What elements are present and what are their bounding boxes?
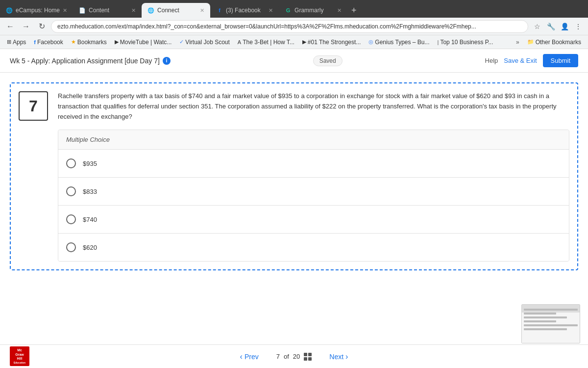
facebook-bookmark-icon: f: [34, 39, 36, 45]
grid-nav-icon[interactable]: [304, 353, 312, 361]
thumb-line: [524, 316, 567, 318]
facebook-tab-icon: f: [216, 7, 223, 14]
answer-option-b[interactable]: $833: [58, 178, 569, 206]
thumb-line: [524, 328, 567, 330]
bookmark-apps[interactable]: ⊞ Apps: [4, 38, 29, 47]
grid-cell: [308, 357, 312, 361]
save-exit-button[interactable]: Save & Exit: [504, 57, 537, 64]
option-b-text: $833: [83, 188, 97, 195]
tab-close-content[interactable]: ✕: [131, 7, 136, 14]
bookmark-genius[interactable]: ◎ Genius Types – Bu...: [366, 38, 432, 47]
bookmark-other[interactable]: 📁 Other Bookmarks: [524, 38, 584, 47]
bookmark-3bet[interactable]: A The 3-Bet | How T...: [235, 38, 297, 47]
logo-area: Mc Graw Hill Education: [10, 346, 29, 366]
radio-d[interactable]: [66, 242, 76, 252]
folder-icon: 📁: [527, 39, 534, 45]
radio-a[interactable]: [66, 158, 76, 168]
tab-ecampus[interactable]: 🌐 eCampus: Home ✕: [0, 3, 73, 18]
grid-cell: [304, 357, 307, 361]
thumbnail-overlay: [521, 304, 580, 343]
back-button[interactable]: ←: [4, 20, 17, 33]
new-tab-button[interactable]: +: [347, 3, 361, 18]
thumb-line: [524, 309, 578, 311]
address-bar: ← → ↻ ☆ 🔧 👤 ⋮: [0, 18, 588, 35]
tab-close-connect[interactable]: ✕: [200, 7, 204, 14]
bookmark-strongest[interactable]: ▶ #01 The Strongest...: [299, 38, 364, 47]
grammarly-icon: G: [285, 7, 292, 14]
bookmark-facebook[interactable]: f Facebook: [31, 38, 66, 47]
prev-button[interactable]: ‹ Prev: [234, 348, 265, 365]
tab-connect[interactable]: 🌐 Connect ✕: [142, 3, 210, 18]
browser-chrome: 🌐 eCampus: Home ✕ 📄 Content ✕ 🌐 Connect …: [0, 0, 588, 49]
bookmark-top10[interactable]: | Top 10 Business P...: [435, 38, 496, 47]
answer-section: Multiple Choice $935 $833 $740: [58, 130, 569, 262]
option-c-text: $740: [83, 216, 97, 223]
movietube-icon: ▶: [115, 39, 119, 45]
question-text: Rachelle transfers property with a tax b…: [58, 91, 569, 122]
reload-button[interactable]: ↻: [35, 20, 48, 33]
ecampus-icon: 🌐: [6, 7, 13, 14]
more-bookmarks-button[interactable]: »: [513, 38, 522, 47]
thumbnail-content: [522, 305, 580, 343]
option-a-text: $935: [83, 160, 97, 167]
answer-option-d[interactable]: $620: [58, 234, 569, 261]
connect-icon: 🌐: [147, 7, 154, 14]
menu-button[interactable]: ⋮: [572, 21, 584, 32]
page-indicator: 7 of 20: [276, 353, 312, 361]
page-title: Wk 5 - Apply: Application Assignment [du…: [10, 57, 171, 65]
top10-icon: |: [438, 39, 439, 45]
apps-icon: ⊞: [7, 39, 11, 45]
next-arrow-icon: ›: [345, 352, 348, 361]
bookmark-bookmarks[interactable]: ★ Bookmarks: [68, 38, 110, 47]
page-footer: Mc Graw Hill Education ‹ Prev 7 of 20 Ne…: [0, 344, 588, 368]
grid-cell: [304, 353, 307, 356]
help-button[interactable]: Help: [485, 57, 498, 64]
question-container: 7 Rachelle transfers property with a tax…: [10, 82, 578, 270]
answer-option-a[interactable]: $935: [58, 150, 569, 178]
prev-arrow-icon: ‹: [240, 352, 243, 361]
answer-option-c[interactable]: $740: [58, 206, 569, 234]
url-input[interactable]: [51, 20, 528, 33]
thumb-line: [524, 313, 556, 315]
answer-type-label: Multiple Choice: [58, 130, 569, 150]
star-bookmark-icon: ★: [71, 39, 76, 45]
info-icon[interactable]: i: [163, 57, 171, 65]
browser-actions: ☆ 🔧 👤 ⋮: [531, 21, 584, 32]
3bet-icon: A: [238, 39, 241, 45]
tab-close-ecampus[interactable]: ✕: [63, 7, 67, 14]
tab-bar: 🌐 eCampus: Home ✕ 📄 Content ✕ 🌐 Connect …: [0, 0, 588, 18]
strongest-icon: ▶: [302, 39, 306, 45]
radio-b[interactable]: [66, 186, 76, 196]
submit-button[interactable]: Submit: [543, 54, 578, 67]
tab-close-grammarly[interactable]: ✕: [337, 7, 342, 14]
star-button[interactable]: ☆: [531, 21, 543, 32]
profile-button[interactable]: 👤: [559, 21, 570, 32]
question-number: 7: [19, 91, 48, 121]
virtual-job-icon: ✓: [179, 39, 184, 45]
bookmark-movietube[interactable]: ▶ MovieTube | Watc...: [112, 38, 175, 47]
tab-facebook[interactable]: f (3) Facebook ✕: [210, 3, 279, 18]
page-header: Wk 5 - Apply: Application Assignment [du…: [0, 49, 588, 73]
grid-cell: [308, 353, 312, 356]
header-actions: Help Save & Exit Submit: [485, 54, 578, 67]
page-content: Wk 5 - Apply: Application Assignment [du…: [0, 49, 588, 368]
bookmark-virtual-job[interactable]: ✓ Virtual Job Scout: [176, 38, 233, 47]
genius-icon: ◎: [368, 39, 373, 45]
forward-button[interactable]: →: [20, 20, 32, 33]
tab-content[interactable]: 📄 Content ✕: [73, 3, 142, 18]
thumb-line: [524, 324, 578, 326]
mcgraw-hill-logo: Mc Graw Hill Education: [10, 346, 29, 366]
tab-close-facebook[interactable]: ✕: [269, 7, 273, 14]
option-d-text: $620: [83, 244, 97, 251]
tab-grammarly[interactable]: G Grammarly ✕: [279, 3, 347, 18]
thumb-line: [524, 320, 556, 322]
bookmarks-bar: ⊞ Apps f Facebook ★ Bookmarks ▶ MovieTub…: [0, 35, 588, 49]
saved-badge: Saved: [313, 55, 343, 66]
content-icon: 📄: [79, 7, 86, 14]
main-area: 7 Rachelle transfers property with a tax…: [0, 73, 588, 344]
next-button[interactable]: Next ›: [323, 348, 354, 365]
extensions-button[interactable]: 🔧: [545, 21, 557, 32]
radio-c[interactable]: [66, 214, 76, 224]
